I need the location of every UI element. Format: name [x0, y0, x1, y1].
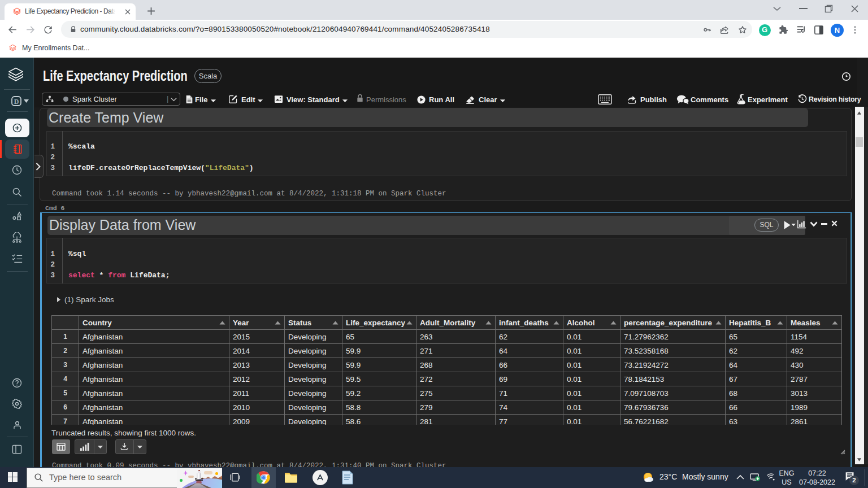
svg-text:D: D: [14, 98, 19, 106]
